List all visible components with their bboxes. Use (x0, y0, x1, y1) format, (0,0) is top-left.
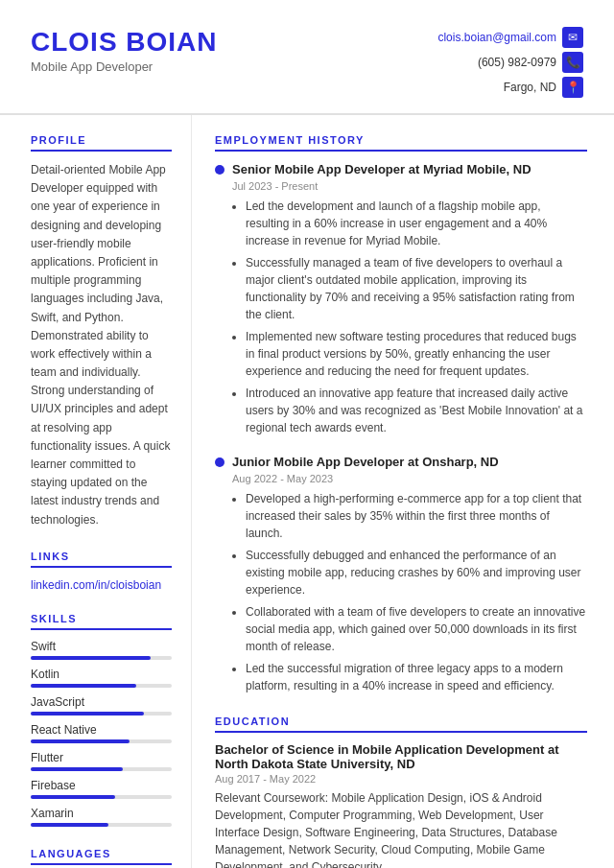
header-right: clois.boian@gmail.com ✉ (605) 982-0979 📞… (437, 27, 583, 98)
edu-dates: Aug 2017 - May 2022 (215, 773, 587, 785)
languages-section-title: LANGUAGES (31, 848, 172, 865)
profile-section: PROFILE Detail-oriented Mobile App Devel… (31, 134, 172, 529)
job-bullets-junior: Developed a high-performing e-commerce a… (232, 490, 587, 694)
edu-text: Relevant Coursework: Mobile Application … (215, 789, 587, 868)
list-item: Successfully managed a team of five deve… (246, 254, 587, 323)
skill-javascript: JavaScript (31, 695, 172, 716)
employment-section-title: EMPLOYMENT HISTORY (215, 134, 587, 152)
job-title-senior: Senior Mobile App Developer at Myriad Mo… (232, 161, 531, 178)
education-section: EDUCATION Bachelor of Science in Mobile … (215, 716, 587, 868)
skill-swift: Swift (31, 640, 172, 660)
job-dates-junior: Aug 2022 - May 2023 (232, 473, 587, 484)
email-link[interactable]: clois.boian@gmail.com (437, 31, 556, 44)
job-dates-senior: Jul 2023 - Present (232, 180, 587, 192)
phone-text: (605) 982-0979 (478, 56, 556, 69)
job-title-junior: Junior Mobile App Developer at Onsharp, … (232, 454, 499, 471)
header: CLOIS BOIAN Mobile App Developer clois.b… (0, 0, 614, 115)
list-item: Developed a high-performing e-commerce a… (246, 490, 587, 542)
contact-location: Fargo, ND 📍 (504, 77, 583, 98)
phone-icon: 📞 (562, 52, 583, 73)
body: PROFILE Detail-oriented Mobile App Devel… (0, 115, 614, 868)
candidate-title: Mobile App Developer (31, 59, 218, 74)
link-item: linkedin.com/in/cloisboian (31, 577, 172, 592)
contact-email: clois.boian@gmail.com ✉ (437, 27, 583, 48)
skill-react-native: React Native (31, 723, 172, 743)
email-icon: ✉ (562, 27, 583, 48)
skills-section-title: SKILLS (31, 613, 172, 630)
job-dot (215, 457, 224, 467)
job-dot (215, 165, 224, 175)
job-junior: Junior Mobile App Developer at Onsharp, … (215, 454, 587, 694)
location-icon: 📍 (562, 77, 583, 98)
list-item: Successfully debugged and enhanced the p… (246, 547, 587, 598)
skill-firebase: Firebase (31, 779, 172, 799)
header-left: CLOIS BOIAN Mobile App Developer (31, 27, 218, 74)
right-column: EMPLOYMENT HISTORY Senior Mobile App Dev… (192, 115, 614, 868)
list-item: Led the successful migration of three le… (246, 660, 587, 694)
skill-xamarin: Xamarin (31, 807, 172, 827)
list-item: Introduced an innovative app feature tha… (246, 385, 587, 436)
links-section: LINKS linkedin.com/in/cloisboian (31, 551, 172, 592)
employment-section: EMPLOYMENT HISTORY Senior Mobile App Dev… (215, 134, 587, 694)
skill-kotlin: Kotlin (31, 668, 172, 688)
skill-flutter: Flutter (31, 751, 172, 771)
list-item: Implemented new software testing procedu… (246, 328, 587, 380)
edu-title: Bachelor of Science in Mobile Applicatio… (215, 742, 587, 771)
education-section-title: EDUCATION (215, 716, 587, 733)
job-bullets-senior: Led the development and launch of a flag… (232, 198, 587, 436)
resume-container: CLOIS BOIAN Mobile App Developer clois.b… (0, 0, 614, 868)
profile-section-title: PROFILE (31, 134, 172, 152)
links-section-title: LINKS (31, 551, 172, 568)
list-item: Collaborated with a team of five develop… (246, 603, 587, 655)
job-senior: Senior Mobile App Developer at Myriad Mo… (215, 161, 587, 436)
location-text: Fargo, ND (504, 81, 556, 94)
profile-text: Detail-oriented Mobile App Developer equ… (31, 161, 172, 529)
list-item: Led the development and launch of a flag… (246, 198, 587, 249)
linkedin-link[interactable]: linkedin.com/in/cloisboian (31, 578, 161, 592)
skills-section: SKILLS Swift Kotlin JavaScript React Nat… (31, 613, 172, 827)
left-column: PROFILE Detail-oriented Mobile App Devel… (0, 115, 192, 868)
candidate-name: CLOIS BOIAN (31, 27, 218, 58)
languages-section: LANGUAGES English Italian (31, 848, 172, 868)
contact-phone: (605) 982-0979 📞 (478, 52, 583, 73)
